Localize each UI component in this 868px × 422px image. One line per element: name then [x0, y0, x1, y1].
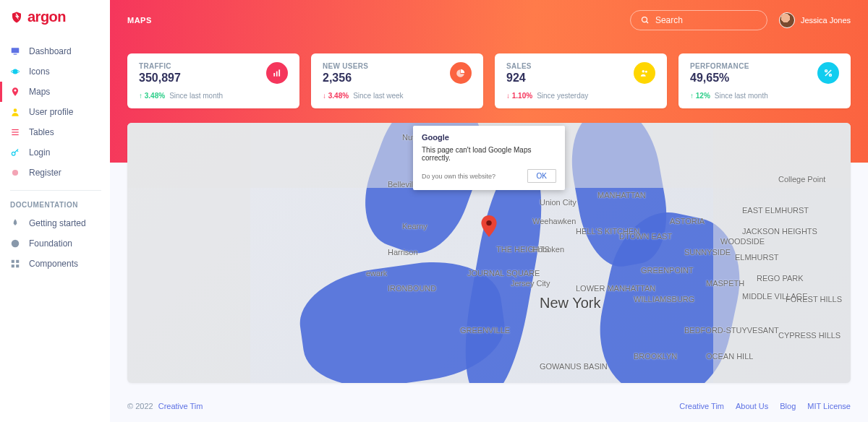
map-container[interactable]: NutleyLyndhurstBellevilleKearnyHarrisone… [127, 123, 851, 383]
svg-rect-1 [14, 54, 17, 55]
sidebar-item-maps[interactable]: Maps [9, 82, 103, 102]
user-icon [10, 107, 20, 117]
brand-text: argon [27, 9, 66, 25]
palette-icon [10, 238, 20, 249]
svg-point-24 [825, 70, 827, 72]
main: MAPS Jessica Jones TRAFFIC 350,897 [110, 0, 868, 422]
svg-rect-13 [16, 260, 19, 263]
map-place-label: SUNNYSIDE [684, 248, 731, 257]
card-category: TRAFFIC [139, 62, 181, 70]
map-place-label: REGO PARK [757, 274, 804, 283]
map-place-label: WOODSIDE [720, 237, 765, 246]
footer-link[interactable]: MIT License [807, 402, 851, 410]
svg-rect-6 [12, 129, 18, 130]
footer-link[interactable]: About Us [736, 402, 768, 410]
tv-icon [10, 46, 20, 56]
card-value: 2,356 [323, 72, 368, 85]
footer: © 2022 Creative Tim Creative TimAbout Us… [127, 390, 851, 422]
doc-heading: DOCUMENTATION [9, 198, 103, 213]
copyright: © 2022 Creative Tim [127, 402, 203, 410]
topbar: MAPS Jessica Jones [110, 0, 868, 30]
popup-ok-button[interactable]: OK [527, 169, 556, 183]
map-place-label: CYPRESS HILLS [778, 331, 841, 340]
svg-rect-12 [12, 260, 14, 263]
chart-icon [266, 62, 288, 84]
map-place-label: ewark [366, 269, 387, 277]
footer-link[interactable]: Blog [780, 402, 796, 410]
card-delta: ↓ 1.10% [506, 92, 532, 100]
brand-shield-icon [10, 11, 23, 24]
pie-icon [450, 62, 472, 84]
card-since: Since last month [715, 92, 768, 100]
map-place-label: Kearny [402, 222, 427, 231]
map-place-label: College Point [778, 175, 825, 184]
svg-point-11 [12, 240, 20, 248]
map-place-label: LOWER MANHATTAN [576, 284, 655, 293]
map-place-label: IRONBOUND [388, 284, 436, 293]
search-box[interactable] [630, 10, 767, 30]
sidebar-item-user-profile[interactable]: User profile [9, 102, 103, 122]
map-place-label: ELMHURST [735, 253, 779, 262]
rocket-icon [10, 218, 20, 228]
stat-card-performance: PERFORMANCE 49,65% ↑ 12% Since last mont… [678, 53, 851, 108]
svg-point-2 [13, 69, 18, 74]
sidebar-item-tables[interactable]: Tables [9, 122, 103, 142]
svg-point-25 [829, 74, 831, 76]
svg-point-22 [645, 71, 647, 73]
map-place-label: GREENPOINT [641, 266, 694, 275]
footer-link[interactable]: Creative Tim [679, 402, 724, 410]
map-place-label: EAST ELMHURST [742, 206, 809, 215]
svg-point-5 [14, 108, 17, 112]
sidebar-doc-components[interactable]: Components [9, 254, 103, 274]
svg-rect-14 [12, 264, 14, 267]
stat-card-traffic: TRAFFIC 350,897 ↑ 3.48% Since last month [127, 53, 299, 108]
sidebar-item-label: Icons [29, 66, 50, 77]
map-place-label: GOWANUS BASIN [540, 362, 608, 371]
sidebar-item-label: Foundation [29, 238, 72, 249]
search-input[interactable] [655, 15, 757, 25]
map-place-label: BROOKLYN [634, 352, 677, 361]
card-category: SALES [506, 62, 532, 70]
map-place-label: Hoboken [532, 245, 564, 254]
user-menu[interactable]: Jessica Jones [779, 12, 851, 28]
sidebar-item-register[interactable]: Register [9, 163, 103, 183]
footer-brand-link[interactable]: Creative Tim [158, 402, 203, 410]
popup-title: Google [422, 133, 556, 142]
svg-point-4 [14, 90, 17, 92]
circle-icon [10, 168, 20, 178]
map-place-label: MANHATTAN [597, 191, 646, 199]
sidebar-item-label: Register [29, 168, 61, 178]
map-place-label: New York [540, 295, 601, 311]
sidebar-item-label: User profile [29, 107, 73, 117]
map-place-label: JACKSON HEIGHTS [742, 227, 817, 236]
svg-rect-0 [12, 48, 20, 53]
svg-point-16 [642, 17, 647, 22]
svg-line-23 [825, 70, 831, 76]
svg-rect-19 [276, 72, 278, 77]
sidebar-item-icons[interactable]: Icons [9, 61, 103, 82]
card-value: 924 [506, 72, 532, 85]
svg-point-26 [486, 220, 491, 225]
svg-point-9 [12, 152, 15, 155]
sidebar-item-label: Components [29, 259, 78, 269]
sidebar-item-dashboard[interactable]: Dashboard [9, 41, 103, 61]
card-delta: ↓ 3.48% [323, 92, 349, 100]
popup-message: This page can't load Google Maps correct… [422, 146, 556, 162]
map-error-popup: Google This page can't load Google Maps … [413, 126, 565, 190]
stat-cards-row: TRAFFIC 350,897 ↑ 3.48% Since last month… [127, 53, 851, 108]
popup-question-link[interactable]: Do you own this website? [422, 173, 495, 180]
card-delta: ↑ 12% [690, 92, 710, 100]
card-category: PERFORMANCE [690, 62, 749, 70]
breadcrumb: MAPS [127, 16, 152, 25]
sidebar-doc-foundation[interactable]: Foundation [9, 233, 103, 254]
sidebar-item-login[interactable]: Login [9, 142, 103, 163]
sidebar-doc-getting-started[interactable]: Getting started [9, 213, 103, 233]
map-place-label: Harrison [388, 248, 418, 257]
map-place-label: Union City [540, 198, 576, 207]
map-place-label: DTOWN EAST [619, 232, 672, 241]
svg-point-21 [642, 70, 645, 73]
avatar [779, 12, 795, 28]
brand[interactable]: argon [10, 9, 103, 25]
sidebar-item-label: Dashboard [29, 46, 72, 56]
map-marker-icon[interactable] [481, 215, 497, 237]
